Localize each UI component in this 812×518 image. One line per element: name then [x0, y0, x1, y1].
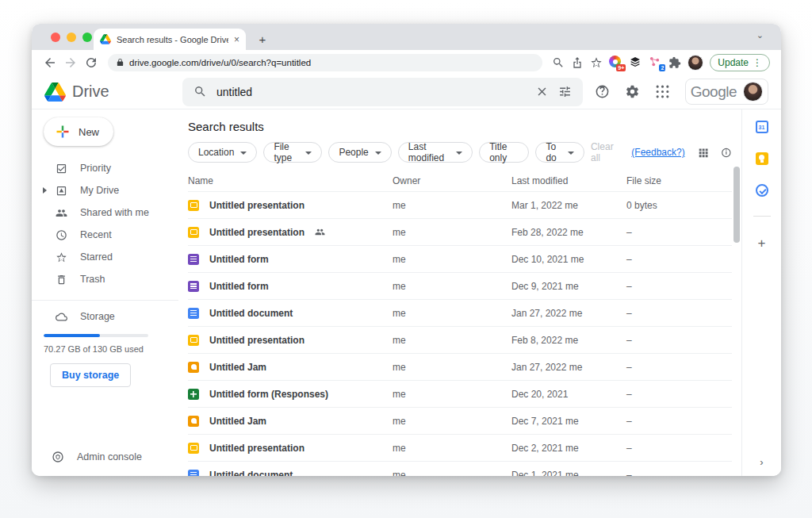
close-window-button[interactable] — [51, 33, 60, 42]
owner-cell: me — [393, 308, 511, 319]
sidebar-item-starred[interactable]: Starred — [32, 246, 178, 268]
chevron-down-icon — [456, 152, 462, 155]
filter-chip[interactable]: Last modified — [398, 142, 473, 163]
search-icon[interactable] — [193, 85, 207, 98]
file-name: Untitled presentation — [209, 443, 304, 454]
file-name: Untitled presentation — [209, 335, 304, 346]
drive-logo-icon[interactable] — [44, 82, 66, 102]
modified-cell: Dec 10, 2021 me — [511, 254, 626, 265]
browser-menu-icon[interactable]: ⋮ — [753, 57, 762, 68]
feedback-link[interactable]: (Feedback?) — [631, 147, 684, 158]
table-row[interactable]: Untitled presentation me Feb 8, 2022 me … — [188, 326, 732, 353]
extension-graph-icon[interactable]: 2 — [649, 56, 662, 69]
filter-chip[interactable]: File type — [263, 142, 322, 163]
owner-cell: me — [393, 389, 511, 400]
google-apps-grid-icon[interactable] — [655, 84, 670, 99]
column-header-modified[interactable]: Last modified — [511, 175, 626, 186]
add-addon-button[interactable]: + — [758, 236, 766, 251]
table-scrollbar[interactable] — [733, 167, 740, 243]
account-avatar[interactable] — [743, 82, 763, 102]
sidebar-item-trash[interactable]: Trash — [32, 268, 178, 290]
file-name-cell: Untitled Jam — [188, 416, 393, 427]
sidebar-item-recent[interactable]: Recent — [32, 224, 178, 246]
file-type-icon — [188, 200, 199, 211]
admin-console-label: Admin console — [77, 451, 142, 462]
forward-icon[interactable] — [63, 56, 78, 70]
size-cell: – — [626, 362, 702, 373]
search-options-icon[interactable] — [558, 85, 572, 98]
buy-storage-button[interactable]: Buy storage — [50, 363, 131, 387]
file-name-cell: Untitled presentation — [188, 227, 393, 238]
my-drive-icon — [56, 185, 67, 197]
browser-tab[interactable]: Search results - Google Drive × — [94, 29, 246, 50]
clear-search-icon[interactable] — [535, 85, 549, 98]
filter-chip[interactable]: Title only — [479, 142, 529, 163]
grid-view-icon[interactable] — [698, 146, 709, 159]
reload-icon[interactable] — [84, 56, 98, 70]
clear-all-button[interactable]: Clear all — [591, 141, 619, 163]
table-row[interactable]: Untitled form (Responses) me Dec 20, 202… — [188, 380, 732, 407]
sidebar-item-my-drive[interactable]: My Drive — [32, 179, 178, 201]
bookmark-star-icon[interactable] — [590, 56, 603, 69]
file-type-icon — [188, 362, 199, 373]
url-bar[interactable]: drive.google.com/drive/u/0/search?q=unti… — [108, 54, 542, 71]
table-row[interactable]: Untitled Jam me Jan 27, 2022 me – — [188, 353, 732, 380]
modified-cell: Dec 9, 2021 me — [511, 281, 626, 292]
tab-close-icon[interactable]: × — [234, 34, 239, 45]
browser-window: Search results - Google Drive × + ⌄ driv… — [32, 24, 781, 476]
sidebar-item-shared-with-me[interactable]: Shared with me — [32, 201, 178, 224]
priority-icon — [56, 163, 67, 175]
star-icon — [56, 251, 67, 263]
sidebar-item-admin-console[interactable]: Admin console — [32, 446, 178, 468]
column-header-size[interactable]: File size — [626, 175, 702, 186]
extension-rainbow-icon[interactable]: 9+ — [609, 56, 622, 69]
sidebar-item-label: Starred — [80, 251, 113, 263]
search-input[interactable] — [216, 86, 526, 98]
zoom-icon[interactable] — [552, 56, 565, 69]
table-row[interactable]: Untitled presentation me Mar 1, 2022 me … — [188, 191, 732, 218]
modified-cell: Feb 8, 2022 me — [511, 335, 626, 346]
tasks-icon[interactable] — [756, 184, 768, 197]
update-button[interactable]: Update ⋮ — [710, 54, 770, 71]
collapse-panel-chevron-icon[interactable]: › — [760, 456, 763, 468]
storage-progress-fill — [44, 334, 100, 337]
table-row[interactable]: Untitled form me Dec 9, 2021 me – — [188, 272, 732, 299]
expand-caret-icon[interactable] — [43, 187, 47, 194]
sidebar-item-storage[interactable]: Storage — [32, 305, 178, 328]
browser-profile-avatar[interactable] — [688, 55, 703, 71]
drive-search-bar[interactable] — [182, 78, 583, 106]
new-tab-button[interactable]: + — [254, 33, 271, 46]
filter-chip-label: People — [339, 147, 368, 158]
share-icon[interactable] — [571, 56, 584, 69]
minimize-window-button[interactable] — [67, 33, 76, 42]
tab-search-chevron-icon[interactable]: ⌄ — [756, 30, 764, 40]
panel-divider — [753, 216, 771, 217]
file-type-icon — [188, 416, 199, 427]
new-button[interactable]: New — [44, 117, 113, 146]
settings-gear-icon[interactable] — [625, 84, 640, 99]
back-icon[interactable] — [43, 56, 57, 70]
filter-chip[interactable]: To do — [535, 142, 584, 163]
column-header-owner[interactable]: Owner — [393, 175, 511, 186]
column-header-name[interactable]: Name — [188, 175, 393, 186]
size-cell: – — [626, 335, 702, 346]
table-row[interactable]: Untitled form me Dec 10, 2021 me – — [188, 245, 732, 272]
sidebar-item-priority[interactable]: Priority — [32, 157, 178, 179]
calendar-icon[interactable]: 31 — [756, 121, 768, 133]
chevron-down-icon — [568, 152, 574, 155]
table-row[interactable]: Untitled document me Jan 27, 2022 me – — [188, 299, 732, 326]
info-icon[interactable] — [721, 146, 732, 159]
help-icon[interactable] — [595, 84, 610, 99]
extensions-puzzle-icon[interactable] — [668, 56, 681, 69]
table-row[interactable]: Untitled presentation me Feb 28, 2022 me… — [188, 218, 732, 245]
zoom-window-button[interactable] — [82, 33, 92, 42]
extension-layers-icon[interactable] — [629, 56, 642, 69]
keep-icon[interactable] — [756, 152, 768, 165]
filter-chip-label: To do — [546, 141, 561, 163]
filter-chip[interactable]: Location — [188, 142, 257, 163]
table-row[interactable]: Untitled document me Dec 1, 2021 me – — [188, 461, 732, 476]
table-row[interactable]: Untitled presentation me Dec 2, 2021 me … — [188, 434, 732, 461]
table-row[interactable]: Untitled Jam me Dec 7, 2021 me – — [188, 407, 732, 434]
filter-chips-row: Location File type People Last modified … — [188, 141, 732, 163]
filter-chip[interactable]: People — [328, 142, 391, 163]
